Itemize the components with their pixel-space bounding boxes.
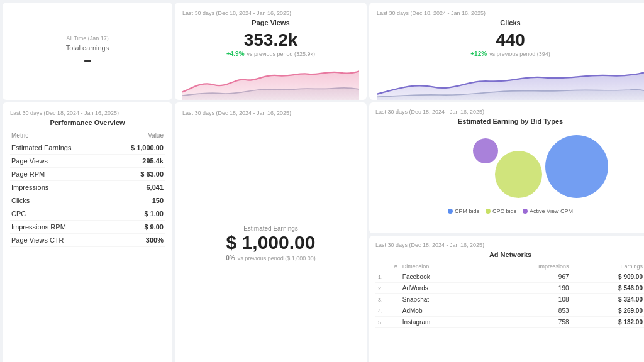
table-row: 2.AdWords190$ 546.00 <box>375 283 644 294</box>
performance-table: Metric Value Estimated Earnings$ 1,000.0… <box>10 130 165 247</box>
bid-types-legend: CPM bids CPC bids Active View CPM <box>375 208 644 214</box>
est-earn-center: Estimated Earnings $ 1,000.00 0% vs prev… <box>182 119 359 362</box>
total-earnings-card: All Time (Jan 17) Total earnings – <box>3 3 172 100</box>
table-row: Impressions6,041 <box>10 181 165 194</box>
ad-networks-table: # Dimension Impressions Earnings 1.Faceb… <box>375 262 644 328</box>
table-row: 4.AdMob853$ 269.00 <box>375 305 644 317</box>
table-row: CPC$ 1.00 <box>10 207 165 221</box>
table-row: 3.Snapchat108$ 324.00 <box>375 294 644 305</box>
performance-card: Last 30 days (Dec 18, 2024 - Jan 16, 202… <box>3 102 172 362</box>
page-views-vs: vs previous period (325.9k) <box>247 51 316 57</box>
bl-label1: CPM bids <box>455 208 479 214</box>
bubble-chart <box>375 129 644 204</box>
bl-label3: Active View CPM <box>530 208 573 214</box>
page-views-value: 353.2k <box>182 30 359 50</box>
est-earn-value: $ 1,000.00 <box>226 232 316 253</box>
ad-networks-title: Ad Networks <box>375 251 644 258</box>
table-row: Estimated Earnings$ 1,000.00 <box>10 141 165 155</box>
table-row: Page Views295.4k <box>10 155 165 168</box>
clicks-vs: vs previous period (394) <box>489 51 550 57</box>
clicks-chart <box>377 60 644 100</box>
bid-types-date: Last 30 days (Dec 18, 2024 - Jan 16, 202… <box>375 109 644 115</box>
bubble-active-view <box>473 138 498 163</box>
table-row: Page RPM$ 63.00 <box>10 168 165 181</box>
ad-networks-card: Last 30 days (Dec 18, 2024 - Jan 16, 202… <box>369 236 644 362</box>
estimated-earnings-card: Last 30 days (Dec 18, 2024 - Jan 16, 202… <box>175 102 367 362</box>
clicks-title: Clicks <box>377 19 644 26</box>
perf-col-value: Value <box>109 130 165 141</box>
total-earnings-label: Total earnings <box>66 44 109 52</box>
clicks-card: Last 30 days (Dec 18, 2024 - Jan 16, 202… <box>369 3 644 100</box>
an-col-earnings: Earnings <box>572 262 644 272</box>
an-col-impressions: Impressions <box>482 262 571 272</box>
page-views-chart <box>182 60 359 100</box>
table-row: 1.Facebook967$ 909.00 <box>375 272 644 283</box>
bubble-cpm <box>545 135 608 198</box>
bid-types-title: Estimated Earning by Bid Types <box>375 118 644 125</box>
table-row: Clicks150 <box>10 194 165 207</box>
ad-networks-date: Last 30 days (Dec 18, 2024 - Jan 16, 202… <box>375 242 644 248</box>
dashboard: All Time (Jan 17) Total earnings – Last … <box>0 0 644 362</box>
table-row: 5.Instagram758$ 132.00 <box>375 317 644 328</box>
an-col-hash: # <box>375 262 400 272</box>
bid-types-card: Last 30 days (Dec 18, 2024 - Jan 16, 202… <box>369 102 644 233</box>
clicks-change: +12% <box>470 50 487 57</box>
performance-title: Performance Overview <box>10 119 165 126</box>
perf-col-metric: Metric <box>10 130 109 141</box>
page-views-title: Page Views <box>182 19 359 26</box>
total-earnings-value: – <box>84 53 91 67</box>
table-row: Impressions RPM$ 9.00 <box>10 221 165 234</box>
est-earn-change: 0% <box>226 255 235 261</box>
est-earn-title: Estimated Earnings <box>243 225 298 232</box>
table-row: Page Views CTR300% <box>10 234 165 247</box>
est-earn-date: Last 30 days (Dec 18, 2024 - Jan 16, 202… <box>182 110 359 116</box>
est-earn-vs: vs previous period ($ 1,000.00) <box>238 255 316 261</box>
right-column: Last 30 days (Dec 18, 2024 - Jan 16, 202… <box>369 102 644 362</box>
total-earnings-date: All Time (Jan 17) <box>66 35 109 41</box>
an-col-dimension: Dimension <box>400 262 482 272</box>
page-views-change: +4.9% <box>226 50 245 57</box>
page-views-card: Last 30 days (Dec 18, 2024 - Jan 16, 202… <box>175 3 367 100</box>
bubble-cpc <box>495 151 542 198</box>
page-views-date: Last 30 days (Dec 18, 2024 - Jan 16, 202… <box>182 10 359 16</box>
clicks-value: 440 <box>377 30 644 50</box>
bl-label2: CPC bids <box>492 208 516 214</box>
clicks-date: Last 30 days (Dec 18, 2024 - Jan 16, 202… <box>377 10 644 16</box>
performance-date: Last 30 days (Dec 18, 2024 - Jan 16, 202… <box>10 110 165 116</box>
